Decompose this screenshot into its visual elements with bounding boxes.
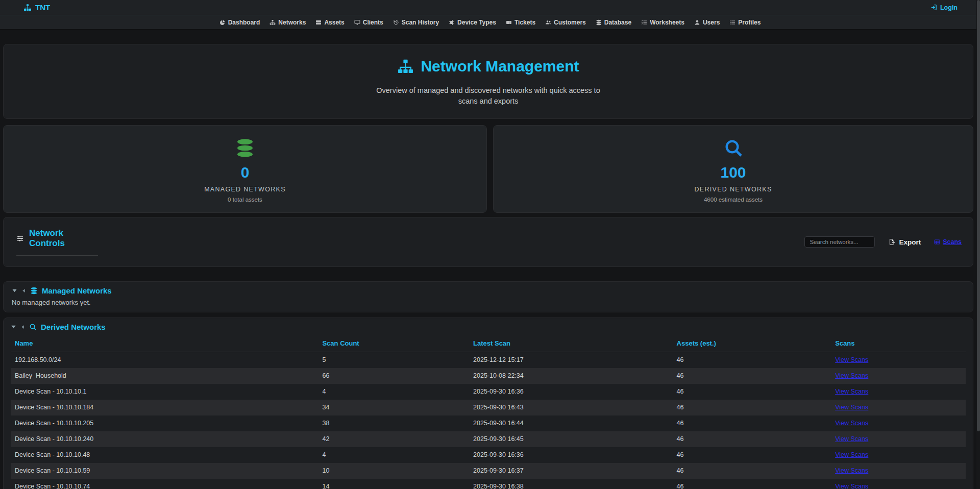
view-scans-link[interactable]: View Scans <box>835 372 868 379</box>
view-scans-link[interactable]: View Scans <box>835 435 868 443</box>
column-header: Name <box>11 336 318 352</box>
cell-assets-est: 46 <box>673 463 831 479</box>
page-title-row: Network Management <box>4 58 973 75</box>
export-button-label: Export <box>899 238 921 246</box>
table-row: Device Scan - 10.10.10.240 42 2025-09-30… <box>11 431 966 447</box>
derived-networks-table: NameScan CountLatest ScanAssets (est.)Sc… <box>11 336 966 489</box>
nav-item-assets[interactable]: Assets <box>315 19 344 26</box>
nav-item-label: Device Types <box>457 19 496 26</box>
cell-name: 192.168.50.0/24 <box>11 352 318 368</box>
sliders-icon <box>16 235 24 242</box>
cell-name: Device Scan - 10.10.10.205 <box>11 415 318 431</box>
table-list-icon <box>934 239 940 245</box>
nav-item-label: Database <box>604 19 631 26</box>
table-row: Device Scan - 10.10.10.59 10 2025-09-30 … <box>11 463 966 479</box>
cell-scan-count: 14 <box>318 479 469 489</box>
cell-name: Device Scan - 10.10.10.1 <box>11 384 318 400</box>
cell-scan-count: 66 <box>318 368 469 384</box>
caret-down-icon[interactable] <box>12 288 17 294</box>
cell-latest-scan: 2025-09-30 16:44 <box>469 415 673 431</box>
caret-left-icon[interactable] <box>21 288 26 293</box>
nav-item-profiles[interactable]: Profiles <box>729 19 761 26</box>
cell-scan-count: 4 <box>318 447 469 463</box>
cell-assets-est: 46 <box>673 352 831 368</box>
derived-networks-subtext: 4600 estimated assets <box>494 197 973 203</box>
pie-chart-icon <box>219 19 226 26</box>
top-bar: TNT Login <box>0 0 980 15</box>
managed-networks-section: Managed Networks No managed networks yet… <box>3 281 973 312</box>
nav-item-database[interactable]: Database <box>596 19 631 26</box>
nav-item-customers[interactable]: Customers <box>545 19 586 26</box>
derived-networks-label: DERIVED NETWORKS <box>494 186 973 193</box>
caret-left-icon[interactable] <box>20 325 25 329</box>
database-icon <box>30 287 38 295</box>
sign-in-icon <box>930 4 937 11</box>
nav-item-users[interactable]: Users <box>694 19 720 26</box>
cell-assets-est: 46 <box>673 368 831 384</box>
nav-item-networks[interactable]: Networks <box>270 19 306 26</box>
cell-name: Device Scan - 10.10.10.184 <box>11 400 318 415</box>
list-icon <box>729 19 736 26</box>
view-scans-link[interactable]: View Scans <box>835 404 868 411</box>
nav-item-label: Tickets <box>514 19 535 26</box>
scrollbar-thumb[interactable] <box>977 0 980 431</box>
search-networks-input[interactable] <box>804 236 875 248</box>
nav-item-tickets[interactable]: Tickets <box>506 19 535 26</box>
view-scans-link[interactable]: View Scans <box>835 356 868 363</box>
microchip-icon <box>449 19 455 26</box>
export-button[interactable]: Export <box>885 238 924 247</box>
table-row: Device Scan - 10.10.10.74 14 2025-09-30 … <box>11 479 966 489</box>
database-icon <box>596 19 602 26</box>
scans-link[interactable]: Scans <box>934 238 962 246</box>
cell-assets-est: 46 <box>673 415 831 431</box>
cell-assets-est: 46 <box>673 384 831 400</box>
caret-down-icon[interactable] <box>11 324 16 330</box>
nav-item-label: Clients <box>363 19 383 26</box>
cell-latest-scan: 2025-09-30 16:36 <box>469 384 673 400</box>
table-row: Device Scan - 10.10.10.184 34 2025-09-30… <box>11 400 966 415</box>
sitemap-icon <box>23 4 32 12</box>
page-subtitle: Overview of managed and discovered netwo… <box>366 85 611 107</box>
derived-networks-count: 100 <box>494 165 973 180</box>
nav-item-scan-history[interactable]: Scan History <box>393 19 439 26</box>
view-scans-link[interactable]: View Scans <box>835 483 868 489</box>
network-controls-panel: Network Controls Export Scans <box>3 217 973 267</box>
cell-scan-count: 4 <box>318 384 469 400</box>
page-header-panel: Network Management Overview of managed a… <box>3 44 973 119</box>
view-scans-link[interactable]: View Scans <box>835 451 868 458</box>
view-scans-link[interactable]: View Scans <box>835 420 868 427</box>
cell-latest-scan: 2025-09-30 16:36 <box>469 447 673 463</box>
cell-latest-scan: 2025-12-12 15:17 <box>469 352 673 368</box>
nav-item-label: Worksheets <box>650 19 684 26</box>
login-link[interactable]: Login <box>930 4 958 11</box>
cell-name: Device Scan - 10.10.10.240 <box>11 431 318 447</box>
nav-item-device-types[interactable]: Device Types <box>449 19 496 26</box>
cell-assets-est: 46 <box>673 400 831 415</box>
nav-item-label: Assets <box>324 19 344 26</box>
network-controls-actions: Export Scans <box>804 236 962 248</box>
sitemap-icon <box>270 19 276 26</box>
managed-networks-empty-text: No managed networks yet. <box>12 299 965 306</box>
main-navigation: Dashboard Networks Assets Clients Scan H… <box>0 15 980 30</box>
nav-item-dashboard[interactable]: Dashboard <box>219 19 260 26</box>
cell-name: Device Scan - 10.10.10.48 <box>11 447 318 463</box>
cell-name: Device Scan - 10.10.10.59 <box>11 463 318 479</box>
managed-networks-count: 0 <box>4 165 486 180</box>
nav-item-clients[interactable]: Clients <box>354 19 383 26</box>
managed-networks-subtext: 0 total assets <box>4 197 486 203</box>
cell-latest-scan: 2025-09-30 16:37 <box>469 463 673 479</box>
cell-scan-count: 34 <box>318 400 469 415</box>
cell-latest-scan: 2025-09-30 16:38 <box>469 479 673 489</box>
app-logo[interactable]: TNT <box>23 3 50 12</box>
managed-networks-section-title: Managed Networks <box>42 286 112 295</box>
page-scrollbar[interactable] <box>976 0 980 489</box>
view-scans-link[interactable]: View Scans <box>835 467 868 474</box>
view-scans-link[interactable]: View Scans <box>835 388 868 395</box>
search-icon <box>494 138 973 158</box>
table-row: Device Scan - 10.10.10.1 4 2025-09-30 16… <box>11 384 966 400</box>
table-header-row: NameScan CountLatest ScanAssets (est.)Sc… <box>11 336 966 352</box>
cell-assets-est: 46 <box>673 447 831 463</box>
nav-item-worksheets[interactable]: Worksheets <box>641 19 684 26</box>
database-icon <box>4 138 486 158</box>
column-header: Assets (est.) <box>673 336 831 352</box>
